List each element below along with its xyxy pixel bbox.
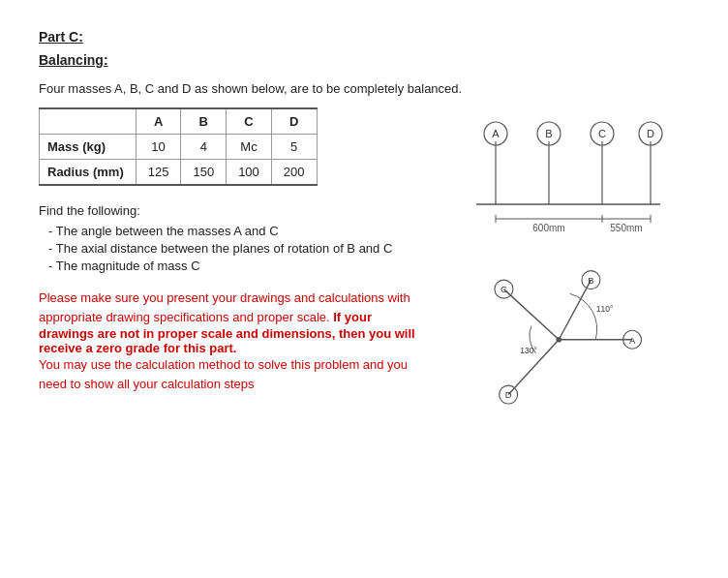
svg-text:110°: 110° [596,304,614,314]
table-cell-mass-d: 5 [271,135,317,160]
bullet-item-3: The magnitude of mass C [48,259,418,273]
svg-line-22 [503,289,559,340]
svg-text:B: B [545,128,552,139]
hanging-diagram: A B C D 600mm [447,112,680,238]
svg-text:550mm: 550mm [610,223,642,233]
section-subtitle-text: Balancing [39,52,104,68]
table-header-empty [40,108,136,135]
colon-text: : [104,52,108,68]
svg-text:130°: 130° [520,346,537,355]
part-title: Part C: [39,29,689,45]
svg-text:C: C [500,284,507,294]
mass-table: A B C D Mass (kg) 10 4 Mc 5 Radius (mm) … [39,107,318,186]
table-cell-radius-b: 150 [181,160,227,186]
table-cell-radius-c: 100 [227,160,272,186]
bullet-item-1: The angle between the masses A and C [48,224,418,238]
table-cell-mass-c: Mc [227,135,272,160]
table-header-b: B [181,108,227,135]
bullet-list: The angle between the masses A and C The… [48,224,418,273]
red-text-2: You may use the calculation method to so… [39,357,408,391]
section-title: Balancing: [39,52,689,68]
table-header-d: D [271,108,317,135]
svg-text:600mm: 600mm [532,223,564,233]
table-cell-radius-d: 200 [271,160,317,186]
table-header-c: C [227,108,272,135]
table-row-radius-label: Radius (mm) [40,160,136,186]
table-cell-radius-a: 125 [136,160,181,186]
bullet-item-2: The axial distance between the planes of… [48,241,418,256]
svg-text:C: C [598,128,606,139]
svg-text:D: D [505,389,512,400]
table-cell-mass-a: 10 [136,135,181,160]
svg-text:D: D [647,128,654,139]
find-label: Find the following: [39,203,418,218]
svg-text:A: A [629,335,636,346]
table-header-a: A [136,108,181,135]
angle-diagram: A B C D 130° 110° [467,248,660,422]
table-cell-mass-b: 4 [181,135,227,160]
diagrams-column: A B C D 600mm [438,107,689,422]
svg-line-21 [559,280,591,340]
intro-text: Four masses A, B, C and D as shown below… [39,81,689,96]
svg-text:B: B [588,275,593,286]
table-row-mass-label: Mass (kg) [40,135,136,160]
red-warning-paragraph: Please make sure you present your drawin… [39,289,418,393]
svg-point-32 [556,337,561,343]
svg-text:A: A [492,128,500,139]
